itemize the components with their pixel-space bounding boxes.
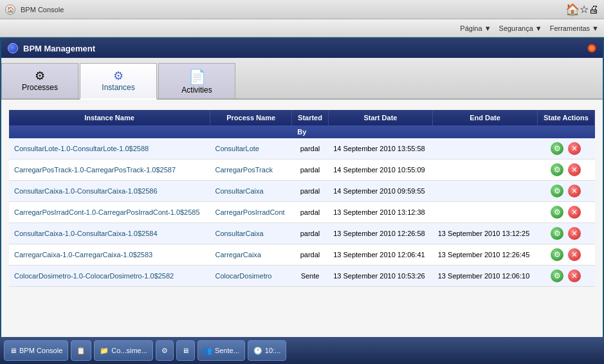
cell-actions-1: ⚙ ✕ [537, 159, 594, 181]
state-action-button-1[interactable]: ⚙ [551, 163, 563, 176]
table-row: ConsultarLote-1.0-ConsultarLote-1.0$2588… [9, 138, 595, 159]
close-action-icon-2: ✕ [571, 187, 578, 196]
tab-processes-label: Processes [22, 83, 58, 92]
state-action-button-4[interactable]: ⚙ [551, 227, 563, 240]
process-link-5[interactable]: CarregarCaixa [215, 251, 261, 259]
delete-action-button-4[interactable]: ✕ [568, 227, 581, 240]
cell-process-1: CarregarPosTrack [210, 159, 291, 181]
cell-end-date-3 [433, 202, 538, 223]
process-link-6[interactable]: ColocarDosimetro [215, 272, 271, 280]
instance-link-0[interactable]: ConsultarLote-1.0-ConsultarLote-1.0$2588 [14, 145, 149, 152]
cell-actions-5: ⚙ ✕ [537, 244, 594, 266]
gear-action-icon-1: ⚙ [554, 165, 561, 174]
instance-link-4[interactable]: ConsultarCaixa-1.0-ConsultarCaixa-1.0$25… [14, 230, 158, 237]
taskbar-item-7[interactable]: 🕐 10:... [248, 340, 286, 361]
cell-end-date-0 [433, 138, 538, 159]
delete-action-button-3[interactable]: ✕ [568, 206, 581, 219]
cell-instance-5: CarregarCaixa-1.0-CarregarCaixa-1.0$2583 [9, 244, 210, 266]
close-action-icon-3: ✕ [571, 208, 578, 217]
gear-action-icon-0: ⚙ [554, 144, 561, 153]
taskbar-bpm-icon: 🖥 [10, 347, 17, 354]
cell-instance-3: CarregarPosIrradCont-1.0-CarregarPosIrra… [9, 202, 210, 223]
subheader-by: By [9, 125, 595, 138]
activities-icon: 📄 [188, 69, 206, 86]
cell-process-3: CarregarPosIrradCont [210, 202, 291, 223]
process-link-3[interactable]: CarregarPosIrradCont [215, 208, 284, 216]
process-link-2[interactable]: ConsultarCaixa [215, 187, 263, 195]
cell-started-by-4: pardal [292, 223, 328, 244]
browser-icon: 🏠 [5, 5, 15, 15]
process-link-4[interactable]: ConsultarCaixa [215, 230, 263, 237]
cell-actions-0: ⚙ ✕ [537, 138, 594, 159]
cell-actions-4: ⚙ ✕ [537, 223, 594, 244]
toolbar-seguranca[interactable]: Segurança ▼ [499, 24, 542, 32]
taskbar-item-6[interactable]: 👥 Sente... [197, 340, 245, 361]
instance-link-5[interactable]: CarregarCaixa-1.0-CarregarCaixa-1.0$2583 [14, 251, 152, 259]
toolbar-nav-print[interactable]: 🖨 [589, 4, 599, 15]
cell-process-4: ConsultarCaixa [210, 223, 291, 244]
bpm-close-button[interactable] [587, 44, 596, 53]
instance-link-6[interactable]: ColocarDosimetro-1.0-ColocarDosimetro-1.… [14, 272, 174, 280]
taskbar-bpm-console[interactable]: 🖥 BPM Console [4, 340, 68, 361]
gear-action-icon-5: ⚙ [554, 250, 561, 259]
tab-activities[interactable]: 📄 Activities [158, 63, 235, 98]
close-action-icon-4: ✕ [571, 229, 578, 238]
cell-instance-4: ConsultarCaixa-1.0-ConsultarCaixa-1.0$25… [9, 223, 210, 244]
instances-icon: ⚙ [113, 69, 124, 83]
cell-process-6: ColocarDosimetro [210, 266, 291, 287]
instance-link-1[interactable]: CarregarPosTrack-1.0-CarregarPosTrack-1.… [14, 166, 176, 174]
instance-link-2[interactable]: ConsultarCaixa-1.0-ConsultarCaixa-1.0$25… [14, 187, 158, 195]
close-action-icon-0: ✕ [571, 144, 578, 153]
state-action-button-2[interactable]: ⚙ [551, 185, 563, 197]
cell-started-by-2: pardal [292, 181, 328, 202]
toolbar-nav-home[interactable]: 🏠 [565, 3, 580, 17]
taskbar-item-4[interactable]: ⚙ [156, 340, 174, 361]
gear-action-icon-2: ⚙ [554, 187, 561, 196]
taskbar-item3-label: Co...sime... [111, 347, 147, 354]
taskbar: 🖥 BPM Console 📋 📁 Co...sime... ⚙ 🖥 👥 Sen… [0, 337, 604, 364]
toolbar-ferramentas[interactable]: Ferramentas ▼ [550, 24, 599, 32]
delete-action-button-6[interactable]: ✕ [568, 269, 581, 282]
delete-action-button-2[interactable]: ✕ [568, 185, 581, 197]
taskbar-item-5[interactable]: 🖥 [176, 340, 195, 361]
cell-actions-3: ⚙ ✕ [537, 202, 594, 223]
toolbar-pagina[interactable]: Página ▼ [460, 24, 491, 32]
tab-instances[interactable]: ⚙ Instances [80, 63, 157, 100]
tab-processes[interactable]: ⚙ Processes [1, 63, 78, 98]
delete-action-button-5[interactable]: ✕ [568, 248, 581, 261]
bpm-title: BPM Management [23, 44, 95, 53]
cell-started-by-3: pardal [292, 202, 328, 223]
delete-action-button-1[interactable]: ✕ [568, 163, 581, 176]
state-action-button-5[interactable]: ⚙ [551, 248, 563, 261]
taskbar-user-label: Sente... [215, 347, 239, 354]
toolbar-nav-star[interactable]: ☆ [580, 3, 589, 15]
cell-instance-1: CarregarPosTrack-1.0-CarregarPosTrack-1.… [9, 159, 210, 181]
cell-actions-2: ⚙ ✕ [537, 181, 594, 202]
state-action-button-0[interactable]: ⚙ [551, 142, 563, 155]
col-state-actions: State Actions [537, 110, 594, 125]
process-link-1[interactable]: CarregarPosTrack [215, 166, 272, 174]
instance-link-3[interactable]: CarregarPosIrradCont-1.0-CarregarPosIrra… [14, 208, 200, 216]
cell-process-5: CarregarCaixa [210, 244, 291, 266]
process-link-0[interactable]: ConsultarLote [215, 145, 259, 152]
cell-instance-6: ColocarDosimetro-1.0-ColocarDosimetro-1.… [9, 266, 210, 287]
taskbar-item-3[interactable]: 📁 Co...sime... [94, 340, 153, 361]
state-action-button-3[interactable]: ⚙ [551, 206, 563, 219]
cell-end-date-4: 13 September 2010 13:12:25 [433, 223, 538, 244]
tab-instances-label: Instances [102, 83, 134, 92]
close-action-icon-1: ✕ [571, 165, 578, 174]
delete-action-button-0[interactable]: ✕ [568, 142, 581, 155]
cell-started-by-5: pardal [292, 244, 328, 266]
state-action-button-6[interactable]: ⚙ [551, 269, 563, 282]
cell-process-2: ConsultarCaixa [210, 181, 291, 202]
table-row: ConsultarCaixa-1.0-ConsultarCaixa-1.0$25… [9, 181, 595, 202]
table-row: CarregarCaixa-1.0-CarregarCaixa-1.0$2583… [9, 244, 595, 266]
cell-start-date-6: 13 September 2010 10:53:26 [328, 266, 433, 287]
processes-icon: ⚙ [35, 69, 45, 83]
cell-process-0: ConsultarLote [210, 138, 291, 159]
taskbar-time-label: 10:... [265, 347, 280, 354]
taskbar-item-2[interactable]: 📋 [71, 340, 91, 361]
gear-action-icon-6: ⚙ [554, 271, 561, 280]
table-row: ConsultarCaixa-1.0-ConsultarCaixa-1.0$25… [9, 223, 595, 244]
cell-end-date-5: 13 September 2010 12:26:45 [433, 244, 538, 266]
